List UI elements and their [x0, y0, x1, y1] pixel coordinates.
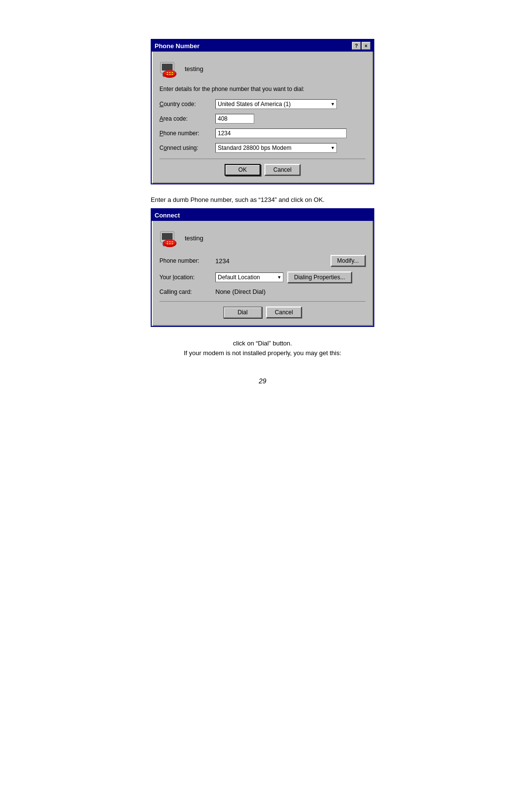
calling-card-value: None (Direct Dial)	[215, 288, 265, 295]
connect-using-row: Connect using: Standard 28800 bps Modem	[159, 143, 366, 153]
help-button[interactable]: ?	[352, 42, 361, 50]
location-select-wrapper: Default Location	[215, 272, 283, 282]
phone-number-row: Phone number:	[159, 128, 366, 138]
instruction-text-2: click on “Dial” button.	[151, 339, 374, 348]
calling-card-label: Calling card:	[159, 289, 215, 295]
location-select[interactable]: Default Location	[215, 272, 283, 282]
page-number: 29	[259, 377, 266, 385]
connect-dialog-buttons: Dial Cancel	[159, 307, 366, 318]
svg-rect-5	[169, 72, 171, 73]
dialing-properties-button[interactable]: Dialing Properties...	[287, 271, 352, 283]
connect-phone-value: 1234	[215, 257, 327, 265]
connect-phone-row: Phone number: 1234 Modify...	[159, 255, 366, 267]
connect-divider	[159, 301, 366, 302]
phone-number-title: Phone Number	[155, 42, 199, 50]
svg-rect-16	[172, 241, 173, 242]
svg-rect-9	[172, 74, 173, 75]
connect-dialog: Connect	[151, 208, 374, 327]
connect-using-select[interactable]: Standard 28800 bps Modem	[215, 143, 337, 153]
calling-card-row: Calling card: None (Direct Dial)	[159, 288, 366, 295]
phone-number-titlebar: Phone Number ? ×	[152, 40, 373, 52]
svg-rect-15	[169, 241, 171, 242]
svg-rect-7	[167, 74, 168, 75]
phone-icon	[159, 58, 180, 79]
connect-titlebar: Connect	[152, 209, 373, 221]
area-code-input[interactable]	[215, 114, 254, 124]
svg-rect-11	[162, 233, 173, 240]
modify-button[interactable]: Modify...	[331, 255, 366, 267]
svg-rect-19	[172, 243, 173, 244]
your-location-label: Your location:	[159, 274, 215, 281]
phone-dialog-description: Enter details for the phone number that …	[159, 86, 366, 92]
cancel-button[interactable]: Cancel	[264, 164, 300, 176]
connect-cancel-button[interactable]: Cancel	[266, 307, 302, 318]
country-code-label: Country code:	[159, 101, 215, 108]
dial-button[interactable]: Dial	[223, 307, 262, 318]
page-content: Phone Number ? ×	[117, 39, 408, 385]
connect-icon-row: testing	[159, 228, 366, 248]
connect-phone-icon	[159, 228, 180, 248]
instruction-text-1: Enter a dumb Phone number, such as “1234…	[151, 196, 374, 203]
close-button[interactable]: ×	[362, 42, 370, 50]
area-code-label: Area code:	[159, 115, 215, 122]
titlebar-controls: ? ×	[352, 42, 370, 50]
svg-rect-18	[169, 243, 171, 244]
your-location-row: Your location: Default Location Dialing …	[159, 271, 366, 283]
svg-rect-17	[167, 243, 168, 244]
country-code-select-wrapper: United States of America (1)	[215, 99, 337, 109]
phone-number-dialog: Phone Number ? ×	[151, 39, 374, 184]
connect-using-label: Connect using:	[159, 144, 215, 151]
footer-instructions: click on “Dial” button. If your modem is…	[151, 339, 374, 358]
phone-number-input[interactable]	[215, 128, 347, 138]
dialog-divider	[159, 159, 366, 159]
dialog-icon-row: testing	[159, 58, 366, 79]
svg-rect-8	[169, 74, 171, 75]
connect-dialog-body: testing Phone number: 1234 Modify... You…	[152, 221, 373, 326]
svg-rect-4	[167, 72, 168, 73]
phone-dialog-buttons: OK Cancel	[159, 164, 366, 176]
connect-phone-label: Phone number:	[159, 257, 215, 264]
phone-icon-label: testing	[185, 65, 203, 72]
area-code-row: Area code:	[159, 114, 366, 124]
connect-icon-label: testing	[185, 235, 203, 242]
svg-rect-6	[172, 72, 173, 73]
phone-number-label: Phone number:	[159, 130, 215, 137]
country-code-select[interactable]: United States of America (1)	[215, 99, 337, 109]
connect-title: Connect	[155, 212, 180, 219]
phone-dialog-body: testing Enter details for the phone numb…	[152, 52, 373, 183]
svg-rect-1	[162, 64, 173, 71]
ok-button[interactable]: OK	[225, 164, 261, 176]
connect-using-select-wrapper: Standard 28800 bps Modem	[215, 143, 337, 153]
svg-rect-14	[167, 241, 168, 242]
instruction-text-3: If your modem is not installed properly,…	[151, 348, 374, 358]
country-code-row: Country code: United States of America (…	[159, 99, 366, 109]
